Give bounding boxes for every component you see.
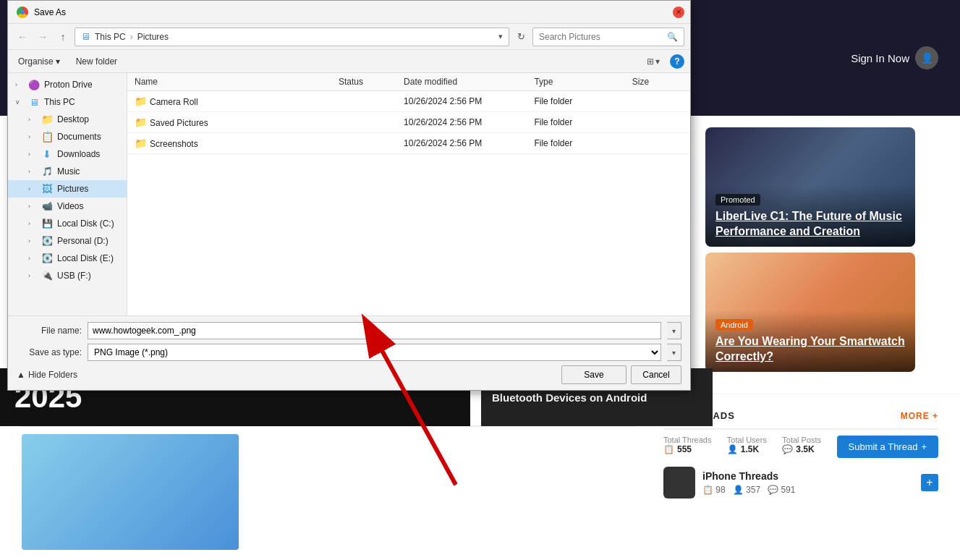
pictures-icon: 🖼 (41, 183, 53, 195)
expand-icon-desktop: › (28, 116, 37, 123)
filename-row: File name: ▾ (17, 322, 681, 339)
sidebar-item-this-pc[interactable]: ∨ 🖥 This PC (8, 93, 127, 111)
posts-count: 3.5K (796, 444, 814, 454)
new-folder-button[interactable]: New folder (70, 54, 123, 69)
card-1[interactable]: Promoted LiberLive C1: The Future of Mus… (705, 127, 915, 247)
file-type: File folder (527, 112, 624, 133)
filetype-dropdown-arrow[interactable]: ▾ (667, 344, 681, 361)
address-dropdown-button[interactable]: ▾ (498, 32, 503, 41)
search-icon: 🔍 (667, 32, 678, 42)
help-button[interactable]: ? (670, 54, 684, 69)
sidebar-item-usb[interactable]: › 🔌 USB (F:) (8, 267, 127, 284)
hide-folders-button[interactable]: ▲ Hide Folders (17, 370, 77, 380)
thread-list-item[interactable]: iPhone Threads 📋 98 👤 357 💬 591 + (663, 467, 938, 499)
nav-up-button[interactable]: ↑ (54, 28, 72, 46)
dialog-title-area: Save As (17, 7, 66, 18)
thread-add-button[interactable]: + (921, 474, 938, 491)
files-table: Name Status Date modified Type Size 📁Cam… (127, 73, 690, 154)
filename-dropdown-arrow[interactable]: ▾ (667, 322, 681, 339)
thread-posts: 💬 591 (768, 485, 795, 495)
sign-in-button[interactable]: Sign In Now 👤 (851, 46, 938, 69)
table-row[interactable]: 📁Camera Roll 10/26/2024 2:56 PM File fol… (127, 91, 690, 112)
users-count: 1.5K (741, 444, 759, 454)
usb-label: USB (F:) (57, 271, 91, 281)
sidebar-item-local-e[interactable]: › 💽 Local Disk (E:) (8, 250, 127, 267)
threads-more[interactable]: MORE + (901, 411, 938, 421)
usb-icon: 🔌 (41, 270, 53, 281)
sidebar-item-personal-d[interactable]: › 💽 Personal (D:) (8, 232, 127, 250)
filename-input[interactable] (88, 322, 661, 339)
file-name: Screenshots (150, 139, 198, 149)
submit-thread-button[interactable]: Submit a Thread + (837, 436, 938, 458)
file-date: 10/26/2024 2:56 PM (396, 133, 527, 154)
address-bar[interactable]: 🖥 This PC › Pictures ▾ (75, 27, 509, 46)
file-list-area: Name Status Date modified Type Size 📁Cam… (127, 73, 690, 315)
col-header-type[interactable]: Type (527, 73, 624, 91)
expand-icon-usb: › (28, 272, 37, 279)
save-as-dialog: Save As ✕ ← → ↑ 🖥 This PC › Pictures ▾ ↻… (7, 0, 691, 391)
dialog-address-toolbar: ← → ↑ 🖥 This PC › Pictures ▾ ↻ 🔍 (8, 24, 690, 50)
sidebar-item-proton-drive[interactable]: › 🟣 Proton Drive (8, 76, 127, 93)
thread-item-title: iPhone Threads (702, 470, 914, 482)
local-disk-e-icon: 💽 (41, 253, 53, 264)
organise-chevron: ▾ (56, 56, 60, 67)
user-avatar: 👤 (915, 46, 938, 69)
save-button[interactable]: Save (561, 365, 626, 384)
documents-icon: 📋 (41, 131, 53, 143)
expand-icon-c: › (28, 220, 37, 227)
file-size (625, 112, 690, 133)
dialog-sidebar: › 🟣 Proton Drive ∨ 🖥 This PC › 📁 Desktop… (8, 73, 127, 315)
threads-count: 555 (677, 444, 692, 454)
sidebar-item-music[interactable]: › 🎵 Music (8, 163, 127, 180)
search-input[interactable] (539, 32, 663, 42)
hide-folders-arrow: ▲ (17, 370, 25, 380)
view-chevron: ▾ (655, 56, 660, 67)
sign-in-label: Sign In Now (851, 52, 909, 64)
sidebar-item-desktop[interactable]: › 📁 Desktop (8, 111, 127, 128)
card-1-title: LiberLive C1: The Future of Music Perfor… (715, 209, 905, 239)
col-header-size[interactable]: Size (625, 73, 690, 91)
folder-icon: 📁 (135, 137, 147, 149)
expand-icon-d: › (28, 237, 37, 245)
nav-back-button[interactable]: ← (14, 28, 31, 46)
search-box[interactable]: 🔍 (532, 27, 684, 46)
this-pc-icon: 🖥 (28, 96, 40, 108)
total-posts-stat: Total Posts 💬3.5K (782, 436, 821, 454)
local-disk-c-label: Local Disk (C:) (57, 219, 114, 229)
folder-icon: 📁 (135, 96, 147, 107)
col-header-name[interactable]: Name (127, 73, 331, 91)
table-row[interactable]: 📁Saved Pictures 10/26/2024 2:56 PM File … (127, 112, 690, 133)
cancel-button[interactable]: Cancel (631, 365, 681, 384)
desktop-label: Desktop (57, 114, 89, 124)
file-type: File folder (527, 91, 624, 112)
file-name: Camera Roll (150, 97, 198, 107)
sidebar-item-downloads[interactable]: › ⬇ Downloads (8, 145, 127, 163)
music-icon: 🎵 (41, 166, 53, 177)
sidebar-item-documents[interactable]: › 📋 Documents (8, 128, 127, 145)
thread-replies: 📋 98 (702, 485, 726, 495)
sidebar-item-pictures[interactable]: › 🖼 Pictures (8, 180, 127, 198)
sidebar-item-local-c[interactable]: › 💾 Local Disk (C:) (8, 215, 127, 232)
view-button[interactable]: ⊞ ▾ (642, 54, 664, 69)
nav-forward-button[interactable]: → (34, 28, 51, 46)
dialog-close-button[interactable]: ✕ (673, 7, 684, 18)
threads-section: 💬 THREADS MORE + Total Threads 📋555 Tota… (663, 409, 938, 546)
col-header-date[interactable]: Date modified (396, 73, 527, 91)
filetype-select[interactable]: PNG Image (*.png) (88, 344, 661, 361)
local-disk-e-label: Local Disk (E:) (57, 253, 114, 263)
sidebar-item-videos[interactable]: › 📹 Videos (8, 198, 127, 215)
organise-button[interactable]: Organise ▾ (14, 54, 64, 69)
expand-icon-videos: › (28, 203, 37, 210)
file-status (331, 133, 396, 154)
file-size (625, 91, 690, 112)
expand-icon-dl: › (28, 150, 37, 158)
card-2[interactable]: Android Are You Wearing Your Smartwatch … (705, 253, 915, 372)
total-threads-stat: Total Threads 📋555 (663, 436, 711, 454)
pictures-label: Pictures (57, 184, 88, 194)
col-header-status[interactable]: Status (331, 73, 396, 91)
this-pc-label: This PC (44, 97, 75, 107)
table-row[interactable]: 📁Screenshots 10/26/2024 2:56 PM File fol… (127, 133, 690, 154)
downloads-icon: ⬇ (41, 148, 53, 160)
refresh-button[interactable]: ↻ (512, 28, 530, 46)
local-disk-c-icon: 💾 (41, 218, 53, 229)
